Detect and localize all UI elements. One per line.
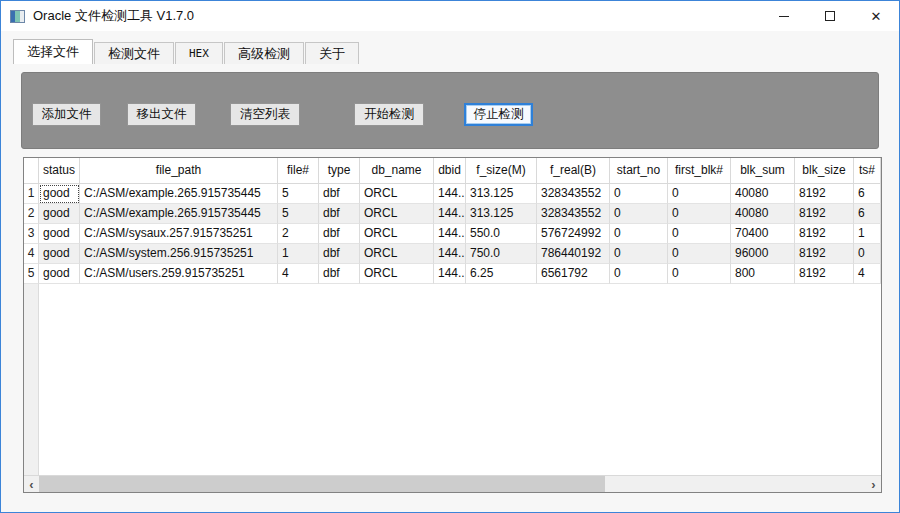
cell-blk-size[interactable]: 8192	[795, 184, 854, 204]
cell-blk-size[interactable]: 8192	[795, 264, 854, 284]
maximize-button[interactable]	[807, 1, 853, 31]
cell-f-real[interactable]: 786440192	[537, 244, 610, 264]
cell-start-no[interactable]: 0	[610, 244, 668, 264]
cell-start-no[interactable]: 0	[610, 204, 668, 224]
cell-db-name[interactable]: ORCL	[360, 244, 434, 264]
cell-ts[interactable]: 6	[854, 184, 881, 204]
tab-select-file[interactable]: 选择文件	[13, 39, 93, 64]
cell-file-no[interactable]: 4	[278, 264, 319, 284]
scrollbar-thumb[interactable]	[39, 476, 605, 492]
cell-db-name[interactable]: ORCL	[360, 264, 434, 284]
cell-file-no[interactable]: 2	[278, 224, 319, 244]
cell-status[interactable]: good	[39, 184, 80, 204]
tab-advanced-detect[interactable]: 高级检测	[224, 42, 304, 64]
cell-f-size[interactable]: 550.0	[466, 224, 537, 244]
column-header-blk-sum[interactable]: blk_sum	[731, 158, 795, 184]
cell-ts[interactable]: 0	[854, 244, 881, 264]
cell-file-path[interactable]: C:/ASM/example.265.915735445	[80, 204, 278, 224]
remove-file-button[interactable]: 移出文件	[127, 103, 196, 126]
cell-type[interactable]: dbf	[319, 184, 360, 204]
cell-status[interactable]: good	[39, 224, 80, 244]
column-header-start-no[interactable]: start_no	[610, 158, 668, 184]
column-header-dbid[interactable]: dbid	[434, 158, 466, 184]
cell-status[interactable]: good	[39, 244, 80, 264]
column-header-f-size[interactable]: f_size(M)	[466, 158, 537, 184]
add-file-button[interactable]: 添加文件	[32, 103, 101, 126]
horizontal-scrollbar[interactable]: ‹ ›	[24, 475, 881, 492]
cell-blk-size[interactable]: 8192	[795, 224, 854, 244]
column-header-db-name[interactable]: db_name	[360, 158, 434, 184]
column-header-file-path[interactable]: file_path	[80, 158, 278, 184]
cell-start-no[interactable]: 0	[610, 264, 668, 284]
cell-type[interactable]: dbf	[319, 244, 360, 264]
stop-detect-button[interactable]: 停止检测	[464, 103, 533, 126]
scroll-right-icon[interactable]: ›	[866, 476, 881, 492]
cell-first-blk[interactable]: 0	[668, 244, 731, 264]
cell-status[interactable]: good	[39, 204, 80, 224]
cell-file-no[interactable]: 5	[278, 204, 319, 224]
column-header-f-real[interactable]: f_real(B)	[537, 158, 610, 184]
table-row[interactable]: 4 good C:/ASM/system.256.915735251 1 dbf…	[24, 244, 881, 264]
tab-about[interactable]: 关于	[305, 42, 359, 64]
cell-file-path[interactable]: C:/ASM/example.265.915735445	[80, 184, 278, 204]
cell-blk-sum[interactable]: 40080	[731, 184, 795, 204]
cell-file-path[interactable]: C:/ASM/system.256.915735251	[80, 244, 278, 264]
cell-type[interactable]: dbf	[319, 204, 360, 224]
cell-blk-sum[interactable]: 96000	[731, 244, 795, 264]
cell-db-name[interactable]: ORCL	[360, 204, 434, 224]
cell-blk-size[interactable]: 8192	[795, 204, 854, 224]
cell-f-real[interactable]: 576724992	[537, 224, 610, 244]
cell-blk-sum[interactable]: 800	[731, 264, 795, 284]
close-button[interactable]: ✕	[853, 1, 899, 31]
column-header-blk-size[interactable]: blk_size	[795, 158, 854, 184]
cell-file-path[interactable]: C:/ASM/users.259.915735251	[80, 264, 278, 284]
cell-blk-sum[interactable]: 70400	[731, 224, 795, 244]
cell-type[interactable]: dbf	[319, 264, 360, 284]
cell-f-size[interactable]: 6.25	[466, 264, 537, 284]
cell-first-blk[interactable]: 0	[668, 264, 731, 284]
cell-status[interactable]: good	[39, 264, 80, 284]
cell-start-no[interactable]: 0	[610, 224, 668, 244]
column-header-status[interactable]: status	[39, 158, 80, 184]
cell-first-blk[interactable]: 0	[668, 204, 731, 224]
start-detect-button[interactable]: 开始检测	[354, 103, 424, 126]
table-row[interactable]: 3 good C:/ASM/sysaux.257.915735251 2 dbf…	[24, 224, 881, 244]
column-header-ts[interactable]: ts#	[854, 158, 881, 184]
cell-ts[interactable]: 4	[854, 264, 881, 284]
cell-dbid[interactable]: 144...	[434, 224, 466, 244]
cell-ts[interactable]: 1	[854, 224, 881, 244]
tab-detect-file[interactable]: 检测文件	[94, 42, 174, 64]
column-header-type[interactable]: type	[319, 158, 360, 184]
tab-hex[interactable]: HEX	[175, 42, 223, 64]
cell-f-real[interactable]: 6561792	[537, 264, 610, 284]
cell-f-real[interactable]: 328343552	[537, 204, 610, 224]
column-header-first-blk[interactable]: first_blk#	[668, 158, 731, 184]
cell-file-path[interactable]: C:/ASM/sysaux.257.915735251	[80, 224, 278, 244]
cell-first-blk[interactable]: 0	[668, 224, 731, 244]
table-row[interactable]: 1 good C:/ASM/example.265.915735445 5 db…	[24, 184, 881, 204]
cell-blk-sum[interactable]: 40080	[731, 204, 795, 224]
cell-dbid[interactable]: 144...	[434, 264, 466, 284]
clear-list-button[interactable]: 清空列表	[230, 103, 300, 126]
cell-dbid[interactable]: 144...	[434, 204, 466, 224]
cell-f-size[interactable]: 313.125	[466, 204, 537, 224]
cell-file-no[interactable]: 5	[278, 184, 319, 204]
table-row[interactable]: 2 good C:/ASM/example.265.915735445 5 db…	[24, 204, 881, 224]
cell-f-size[interactable]: 750.0	[466, 244, 537, 264]
cell-db-name[interactable]: ORCL	[360, 224, 434, 244]
column-header-file-no[interactable]: file#	[278, 158, 319, 184]
cell-f-real[interactable]: 328343552	[537, 184, 610, 204]
cell-file-no[interactable]: 1	[278, 244, 319, 264]
cell-first-blk[interactable]: 0	[668, 184, 731, 204]
minimize-button[interactable]	[761, 1, 807, 31]
cell-start-no[interactable]: 0	[610, 184, 668, 204]
cell-dbid[interactable]: 144...	[434, 244, 466, 264]
cell-type[interactable]: dbf	[319, 224, 360, 244]
table-row[interactable]: 5 good C:/ASM/users.259.915735251 4 dbf …	[24, 264, 881, 284]
cell-dbid[interactable]: 144...	[434, 184, 466, 204]
cell-db-name[interactable]: ORCL	[360, 184, 434, 204]
cell-ts[interactable]: 6	[854, 204, 881, 224]
cell-blk-size[interactable]: 8192	[795, 244, 854, 264]
scroll-left-icon[interactable]: ‹	[24, 476, 39, 492]
cell-f-size[interactable]: 313.125	[466, 184, 537, 204]
